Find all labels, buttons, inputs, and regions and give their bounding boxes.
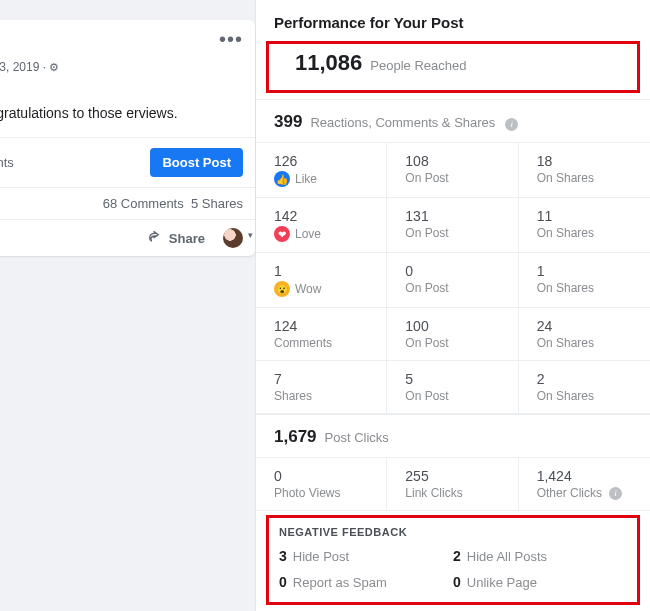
wow-icon: 😮 — [274, 281, 290, 297]
shares-count[interactable]: 5 Shares — [191, 196, 243, 211]
metric-cell: 7Shares — [256, 361, 387, 414]
metric-cell: 124Comments — [256, 308, 387, 361]
reach-highlight: 11,086 People Reached — [266, 41, 640, 93]
metric-cell: 100On Post — [387, 308, 518, 361]
clicks-cell: 1,424Other Clicks i — [519, 458, 650, 511]
metric-cell: 142❤Love — [256, 198, 387, 253]
negative-feedback-highlight: NEGATIVE FEEDBACK 3Hide Post2Hide All Po… — [266, 515, 640, 605]
post-clicks-header: 1,679 Post Clicks — [256, 414, 650, 457]
clicks-breakdown-grid: 0Photo Views255Link Clicks1,424Other Cli… — [256, 457, 650, 511]
boost-post-button[interactable]: Boost Post — [150, 148, 243, 177]
performance-panel: Performance for Your Post 11,086 People … — [255, 0, 650, 611]
post-date: ember 3, 2019 · ⚙ — [0, 60, 255, 82]
post-card: ••• ember 3, 2019 · ⚙ ⭐ d congratulation… — [0, 20, 255, 256]
avatar[interactable] — [223, 228, 243, 248]
negative-item: 0Report as Spam — [279, 574, 453, 590]
post-menu-icon[interactable]: ••• — [219, 28, 243, 51]
love-icon: ❤ — [274, 226, 290, 242]
negative-feedback-title: NEGATIVE FEEDBACK — [279, 526, 627, 538]
rating-stars: ⭐ — [0, 82, 255, 104]
people-reached-number: 11,086 — [295, 50, 362, 76]
metric-cell: 0On Post — [387, 253, 518, 308]
share-button[interactable]: Share — [147, 230, 205, 246]
negative-item: 2Hide All Posts — [453, 548, 627, 564]
metric-cell: 5On Post — [387, 361, 518, 414]
post-body-text: d congratulations to those erviews. — [0, 104, 255, 137]
metric-cell: 108On Post — [387, 143, 518, 198]
clicks-cell: 0Photo Views — [256, 458, 387, 511]
people-reached-label: People Reached — [370, 58, 466, 73]
metric-cell: 24On Shares — [519, 308, 650, 361]
reactions-header: 399 Reactions, Comments & Shares i — [256, 99, 650, 142]
clicks-cell: 255Link Clicks — [387, 458, 518, 511]
like-icon: 👍 — [274, 171, 290, 187]
metric-cell: 18On Shares — [519, 143, 650, 198]
metric-cell: 126👍Like — [256, 143, 387, 198]
negative-item: 3Hide Post — [279, 548, 453, 564]
panel-title: Performance for Your Post — [256, 0, 650, 41]
comments-count[interactable]: 68 Comments — [103, 196, 184, 211]
reactions-breakdown-grid: 126👍Like108On Post18On Shares142❤Love131… — [256, 142, 650, 414]
gear-icon: ⚙ — [49, 61, 59, 73]
metric-cell: 2On Shares — [519, 361, 650, 414]
info-icon[interactable]: i — [609, 487, 622, 500]
engagements-label: nents — [0, 155, 14, 170]
post-preview-column: ••• ember 3, 2019 · ⚙ ⭐ d congratulation… — [0, 0, 255, 611]
metric-cell: 131On Post — [387, 198, 518, 253]
metric-cell: 1On Shares — [519, 253, 650, 308]
share-icon — [147, 230, 163, 246]
info-icon[interactable]: i — [505, 118, 518, 131]
metric-cell: 11On Shares — [519, 198, 650, 253]
metric-cell: 1😮Wow — [256, 253, 387, 308]
negative-item: 0Unlike Page — [453, 574, 627, 590]
